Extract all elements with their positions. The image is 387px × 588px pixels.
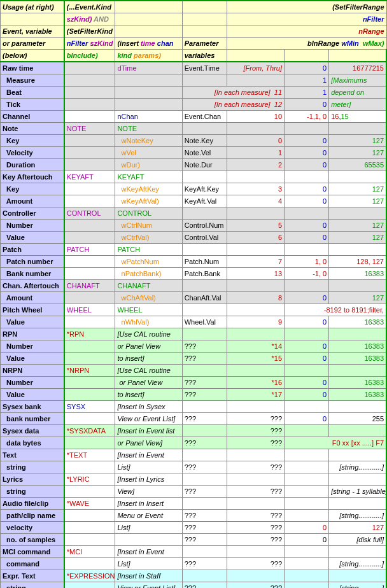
reference-table: Usage (at right)(...Event.Kind(SetFilter… — [0, 0, 387, 588]
